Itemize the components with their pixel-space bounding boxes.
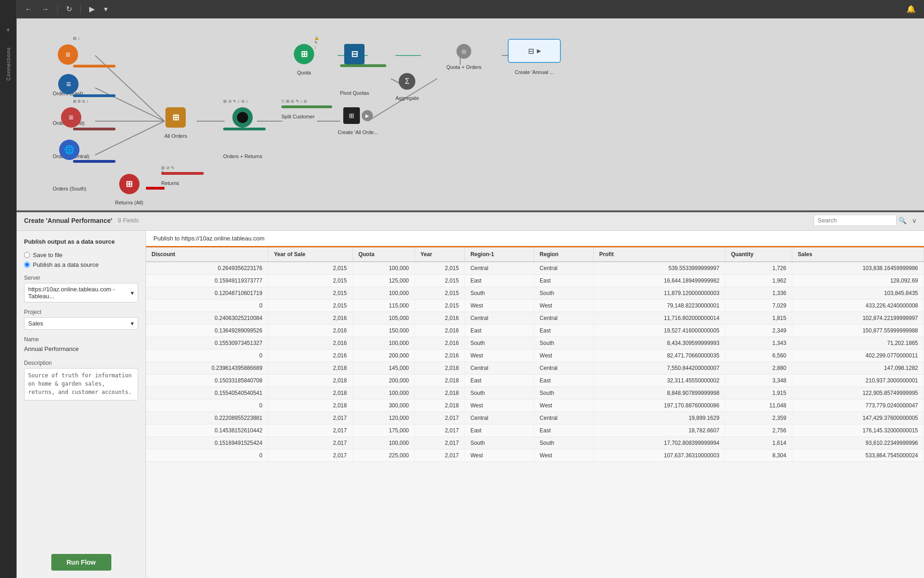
table-header-sales[interactable]: Sales	[792, 247, 924, 262]
project-input[interactable]: Sales ▾	[24, 317, 138, 330]
save-to-file-option[interactable]: Save to file	[24, 252, 138, 258]
table-cell: 7,550.844200000007	[594, 362, 725, 375]
table-cell: 2,359	[725, 412, 792, 424]
node-returns[interactable]: ⊞ ⊘ ✎ ✎ Returns	[161, 174, 179, 186]
node-create-all-orders[interactable]: ⊞ ▶ Create 'All Orde...	[338, 107, 378, 135]
table-header-quota[interactable]: Quota	[353, 247, 414, 262]
table-cell: 2,017	[415, 449, 465, 462]
table-cell: 0.15540540540541	[146, 387, 268, 400]
play-more-button[interactable]: ▾	[101, 3, 110, 15]
table-cell: 0.15033185840708	[146, 375, 268, 387]
table-cell: 2,017	[415, 437, 465, 449]
node-quota[interactable]: ⊞ 🔒 ✎ ↕ Quota	[294, 44, 314, 75]
table-row: 0.145381526104422,017175,0002,017EastEas…	[146, 424, 924, 437]
table-cell: Central	[534, 412, 594, 424]
table-cell: 2,017	[268, 424, 353, 437]
back-button[interactable]: ←	[22, 3, 35, 15]
orders-returns-icon	[232, 107, 253, 128]
toolbar-separator-2	[80, 5, 81, 14]
split-customer-bar	[281, 105, 332, 108]
node-orders-returns[interactable]: ⊞ ⊘ ✎ ↕ ⊘ ↕ Orders + Returns	[223, 107, 262, 159]
search-icon[interactable]: 🔍	[899, 217, 906, 224]
description-label: Description	[24, 360, 138, 366]
table-cell: 2,018	[268, 375, 353, 387]
refresh-button[interactable]: ↻	[63, 3, 75, 15]
table-cell: East	[465, 375, 534, 387]
description-textarea[interactable]: Source of truth for information on home …	[24, 368, 138, 400]
project-label: Project	[24, 309, 138, 315]
orders-returns-label: Orders + Returns	[223, 154, 262, 159]
table-cell: 1,614	[725, 437, 792, 449]
table-cell: 82,471.70660000035	[594, 350, 725, 362]
table-row: 0.136492890995262,016150,0002,016EastEas…	[146, 325, 924, 337]
table-cell: 402,299.0770000011	[792, 350, 924, 362]
table-cell: 1,962	[725, 275, 792, 287]
save-to-file-radio[interactable]	[24, 252, 30, 258]
left-config-panel: Publish output as a data source Save to …	[17, 231, 146, 578]
table-header-quantity[interactable]: Quantity	[725, 247, 792, 262]
table-row: 02,018300,0002,018WestWest197,170.887600…	[146, 400, 924, 412]
right-data-panel: Publish to https://10az.online.tableau.c…	[146, 231, 924, 578]
pivot-quotas-icon: ⊟	[344, 44, 365, 64]
table-cell: 125,000	[353, 275, 414, 287]
table-header-profit[interactable]: Profit	[594, 247, 725, 262]
left-sidebar: + Connections	[0, 0, 17, 578]
table-cell: East	[534, 275, 594, 287]
node-create-annual[interactable]: ⊟ ▶ Create 'Annual ...	[508, 39, 561, 63]
node-returns-all[interactable]: ⊞ Returns (All)	[115, 174, 143, 205]
table-cell: 32,311.45550000002	[594, 375, 725, 387]
publish-as-datasource-option[interactable]: Publish as a data source	[24, 261, 138, 268]
table-header-region-1[interactable]: Region-1	[465, 247, 534, 262]
table-row: 0.155405405405412,018100,0002,018SouthSo…	[146, 387, 924, 400]
project-section: Project Sales ▾	[24, 309, 138, 330]
play-button[interactable]: ▶	[86, 3, 97, 15]
node-orders-south[interactable]: 🌐 Orders (South)	[53, 140, 86, 191]
publish-as-datasource-radio[interactable]	[24, 262, 30, 268]
node-aggregate[interactable]: Σ Aggregate	[395, 73, 419, 101]
table-cell: West	[465, 400, 534, 412]
table-cell: West	[534, 350, 594, 362]
table-cell: West	[465, 350, 534, 362]
table-cell: Central	[465, 362, 534, 375]
table-cell: 2,016	[268, 325, 353, 337]
table-cell: 2,015	[268, 287, 353, 300]
orders-central-icon: ≡	[61, 107, 81, 128]
table-cell: 100,000	[353, 387, 414, 400]
table-cell: 147,098.1282	[792, 362, 924, 375]
svg-line-3	[95, 121, 164, 155]
table-cell: 71,202.1865	[792, 337, 924, 350]
plus-icon[interactable]: +	[3, 23, 12, 36]
node-quota-orders[interactable]: ◎ Quota + Orders	[446, 44, 481, 70]
bell-button[interactable]: 🔔	[904, 3, 918, 15]
run-flow-button[interactable]: Run Flow	[51, 554, 111, 571]
table-cell: 0	[146, 449, 268, 462]
node-pivot-quotas[interactable]: ⊟ Pivot Quotas	[340, 44, 369, 96]
node-all-orders[interactable]: ⊞ All Orders	[164, 107, 187, 139]
data-table-wrapper[interactable]: DiscountYear of SaleQuotaYearRegion-1Reg…	[146, 247, 924, 578]
table-header-region[interactable]: Region	[534, 247, 594, 262]
connections-label: Connections	[6, 47, 11, 80]
server-label: Server	[24, 275, 138, 281]
toolbar-right: 🔔	[904, 3, 918, 15]
publish-as-datasource-label: Publish as a data source	[33, 261, 98, 268]
table-header-year[interactable]: Year	[415, 247, 465, 262]
server-value: https://10az.online.tableau.com - Tablea…	[28, 286, 131, 300]
table-cell: 2,017	[415, 424, 465, 437]
table-cell: 107,637.36310000003	[594, 449, 725, 462]
expand-icon[interactable]: ∨	[912, 217, 917, 224]
server-input[interactable]: https://10az.online.tableau.com - Tablea…	[24, 283, 138, 302]
search-input[interactable]	[814, 215, 897, 226]
table-row: 0.120487106017192,015100,0002,015SouthSo…	[146, 287, 924, 300]
table-cell: 2,015	[415, 300, 465, 312]
flow-canvas: ≡ ⊞↕ Orders (East) ≡ Orders (West) ≡ ⊞ B…	[17, 18, 924, 210]
table-cell: South	[465, 387, 534, 400]
forward-button[interactable]: →	[39, 3, 52, 15]
node-split-customer[interactable]: ▽ ⊞ ⊘ ✎ ↕ ⊘ Split Customer	[281, 107, 315, 119]
table-cell: 0.15949119373777	[146, 275, 268, 287]
table-cell: 100,000	[353, 287, 414, 300]
table-row: 0.159491193737772,015125,0002,015EastEas…	[146, 275, 924, 287]
table-cell: East	[534, 325, 594, 337]
table-header-discount[interactable]: Discount	[146, 247, 268, 262]
create-annual-icon: ⊟	[528, 47, 534, 55]
table-header-year-of-sale[interactable]: Year of Sale	[268, 247, 353, 262]
